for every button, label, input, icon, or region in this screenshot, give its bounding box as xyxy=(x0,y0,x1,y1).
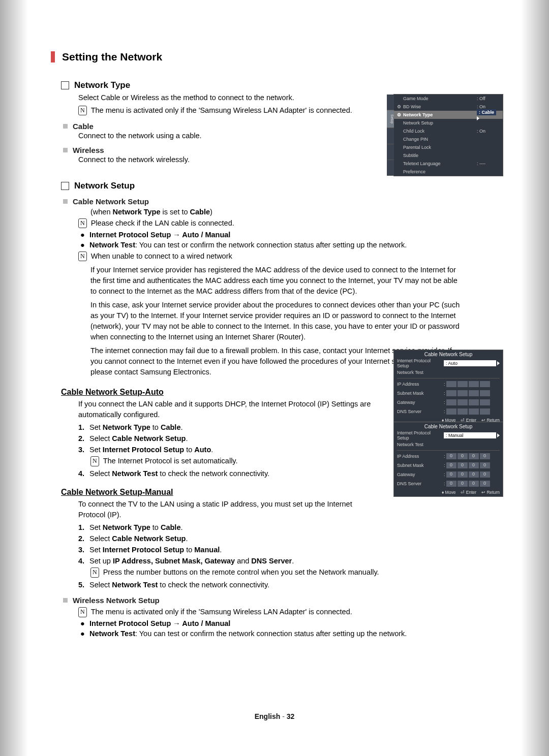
step-number: 5. xyxy=(78,581,89,589)
osd-tab-setup[interactable]: Setup xyxy=(387,110,394,128)
menu-item-network-test[interactable]: Network Test xyxy=(394,368,503,377)
osd-cable-setup-manual: Cable Network Setup Internet Protocol Se… xyxy=(393,422,503,497)
subhead-text: Cable Network Setup xyxy=(73,197,149,206)
page-footer: English - 32 xyxy=(0,712,549,720)
bold: Network Test xyxy=(89,241,135,249)
step-row: 3.Set Internet Protocol Setup to Manual. xyxy=(78,546,503,554)
grey-square-icon xyxy=(63,598,68,603)
subhead-text: Wireless xyxy=(73,146,104,154)
step-number: 4. xyxy=(78,469,89,478)
bold: Network Type xyxy=(113,208,161,216)
menu-item-game-mode[interactable]: Game Mode: Off xyxy=(394,94,503,103)
title-text: Setting the Network xyxy=(62,51,162,63)
heading-network-setup: Network Setup xyxy=(61,181,503,191)
note-icon: N xyxy=(78,607,87,617)
label: DNS Server xyxy=(397,481,444,486)
step-text: Set Internet Protocol Setup to Manual. xyxy=(89,546,222,554)
menu-item-parental-lock[interactable]: Parental Lock xyxy=(394,143,503,151)
note-row: N The menu is activated only if the 'Sam… xyxy=(78,607,463,617)
label: IP Address xyxy=(397,382,444,387)
field-gateway: Gateway: xyxy=(394,398,503,407)
value: : ---- xyxy=(477,161,500,166)
label: Gateway xyxy=(397,400,444,405)
note-text: The Internet Protocol is set automatical… xyxy=(103,456,238,466)
text: ) xyxy=(210,208,212,216)
osd-footer: ♦ Move ⏎ Enter ↩ Return xyxy=(394,488,503,496)
step-text: Set Network Type to Cable. xyxy=(89,423,183,431)
step-text: Select Cable Network Setup. xyxy=(89,534,188,543)
divider xyxy=(397,378,500,379)
bullet-row: ● Internet Protocol Setup → Auto / Manua… xyxy=(80,619,503,627)
menu-item-preference[interactable]: Preference xyxy=(394,168,503,176)
subhead-text: Wireless Network Setup xyxy=(73,596,160,605)
bullet-text: Internet Protocol Setup → Auto / Manual xyxy=(89,231,230,239)
bullet-row: ● Network Test: You can test or confirm … xyxy=(80,629,503,638)
label: Child Lock xyxy=(403,129,477,134)
note-text: Press the number buttons on the remote c… xyxy=(103,567,379,578)
note-text: When unable to connect to a wired networ… xyxy=(91,251,232,262)
heading-network-type: Network Type xyxy=(61,80,503,90)
text: : You can test or confirm the network co… xyxy=(135,629,407,638)
paragraph: If your Internet service provider has re… xyxy=(90,265,463,297)
osd-sidebar: Setup xyxy=(387,94,394,176)
osd-tab[interactable] xyxy=(387,94,394,110)
menu-item-ip-setup[interactable]: Internet Protocol Setup: Auto xyxy=(394,359,503,368)
bold: Cable xyxy=(190,208,210,216)
bullet-dot: ● xyxy=(80,629,89,638)
label: Subnet Mask xyxy=(397,391,444,396)
field-ip-address[interactable]: IP Address:0000 xyxy=(394,452,503,461)
step-row: 2.Select Cable Network Setup. xyxy=(78,534,503,543)
value: : Off xyxy=(477,96,500,101)
note-icon: N xyxy=(78,218,87,228)
osd-cable-setup-auto: Cable Network Setup Internet Protocol Se… xyxy=(393,350,503,425)
menu-item-network-test[interactable]: Network Test xyxy=(394,440,503,449)
chevron-right-icon xyxy=(497,433,500,437)
label: Network Setup xyxy=(403,120,477,125)
menu-item-child-lock[interactable]: Child Lock: On xyxy=(394,127,503,135)
label: Teletext Language xyxy=(403,161,477,166)
page-shadow-right xyxy=(521,0,549,756)
osd-tab[interactable] xyxy=(387,160,394,176)
note-row: N Please check if the LAN cable is conne… xyxy=(78,218,463,229)
hint-enter: ⏎ Enter xyxy=(461,490,476,495)
osd-tab[interactable] xyxy=(387,128,394,144)
value: : On xyxy=(477,104,500,109)
osd-setup-menu: Setup Game Mode: Off ⚙BD Wise: On ⚙Netwo… xyxy=(393,94,503,176)
label: DNS Server xyxy=(397,409,444,414)
label: Game Mode xyxy=(403,96,477,101)
label: IP Address xyxy=(397,454,444,459)
menu-item-ip-setup[interactable]: Internet Protocol Setup: Manual xyxy=(394,431,503,440)
menu-item-subtitle[interactable]: Subtitle xyxy=(394,151,503,160)
footer-sep: - xyxy=(280,712,286,720)
step-number: 1. xyxy=(78,523,89,531)
paragraph: To connect the TV to the LAN using a sta… xyxy=(78,499,376,520)
bullet-text: Network Test: You can test or confirm th… xyxy=(89,241,407,249)
label: Internet Protocol Setup xyxy=(397,430,444,440)
bullet-dot: ● xyxy=(80,231,89,239)
label: BD Wise xyxy=(403,104,477,109)
footer-page: 32 xyxy=(287,712,295,720)
field-dns-server[interactable]: DNS Server:0000 xyxy=(394,479,503,488)
heading-text: Network Setup xyxy=(74,181,135,191)
field-gateway[interactable]: Gateway:0000 xyxy=(394,470,503,479)
subhead-cable-network-setup: Cable Network Setup xyxy=(63,197,503,206)
menu-item-network-type[interactable]: ⚙Network Type: Cable xyxy=(394,111,503,119)
field-dns-server: DNS Server: xyxy=(394,407,503,416)
paragraph: Select Cable or Wireless as the method t… xyxy=(78,92,417,103)
menu-item-teletext-language[interactable]: Teletext Language: ---- xyxy=(394,160,503,168)
menu-item-change-pin[interactable]: Change PIN xyxy=(394,135,503,143)
label: Network Test xyxy=(397,370,444,375)
label: Network Test xyxy=(397,442,444,447)
label: Internet Protocol Setup xyxy=(397,358,444,368)
value: : Cable xyxy=(477,109,496,115)
field-ip-address: IP Address: xyxy=(394,380,503,389)
step-number: 3. xyxy=(78,546,89,554)
field-subnet-mask: Subnet Mask: xyxy=(394,389,503,398)
field-subnet-mask[interactable]: Subnet Mask:0000 xyxy=(394,461,503,470)
osd-tab[interactable] xyxy=(387,144,394,160)
subhead-text: Cable xyxy=(73,122,94,131)
paragraph: If you connect the LAN cable and it supp… xyxy=(78,399,376,420)
step-text: Select Network Test to check the network… xyxy=(89,469,269,478)
step-text: Select Network Test to check the network… xyxy=(89,581,269,589)
bullet-dot: ● xyxy=(80,241,89,249)
